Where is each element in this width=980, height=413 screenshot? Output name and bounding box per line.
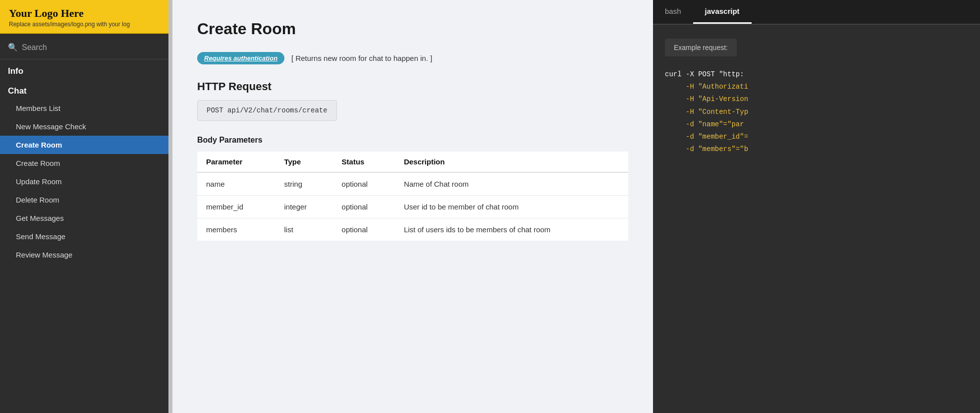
nav-section-info: Info [0, 59, 168, 79]
table-cell: User id to be member of chat room [395, 196, 628, 218]
params-table: ParameterTypeStatusDescription namestrin… [197, 152, 628, 241]
page-title: Create Room [197, 20, 628, 38]
sidebar: Your Logo Here Replace assets/images/log… [0, 0, 168, 413]
table-cell: members [197, 218, 275, 241]
search-area: 🔍 [0, 34, 168, 59]
auth-row: Requires authentication [ Returns new ro… [197, 52, 628, 64]
table-cell: optional [333, 218, 395, 241]
logo-subtitle: Replace assets/images/logo.png with your… [9, 21, 160, 28]
nav-section-chat: Chat [0, 79, 168, 99]
http-request-section: HTTP Request POST api/V2/chat/rooms/crea… [197, 80, 628, 136]
search-input[interactable] [22, 43, 161, 52]
code-line-3: -H "Content-Typ [665, 106, 968, 118]
table-cell: optional [333, 196, 395, 218]
table-header-row: ParameterTypeStatusDescription [197, 152, 628, 172]
sidebar-item-delete-room[interactable]: Delete Room [0, 191, 168, 209]
main-content: Create Room Requires authentication [ Re… [172, 0, 653, 413]
code-line-2: -H "Api-Version [665, 93, 968, 105]
table-cell: list [275, 218, 332, 241]
table-cell: name [197, 172, 275, 196]
sidebar-item-create-room-active[interactable]: Create Room [0, 136, 168, 154]
search-wrapper: 🔍 [8, 43, 161, 52]
sidebar-item-members-list[interactable]: Members List [0, 99, 168, 117]
table-row: namestringoptionalName of Chat room [197, 172, 628, 196]
table-cell: optional [333, 172, 395, 196]
nav-container: InfoChatMembers ListNew Message CheckCre… [0, 59, 168, 264]
table-row: memberslistoptionalList of users ids to … [197, 218, 628, 241]
sidebar-item-update-room[interactable]: Update Room [0, 172, 168, 191]
logo-title: Your Logo Here [9, 7, 160, 20]
right-panel: bashjavascript Example request: curl -X … [653, 0, 980, 413]
sidebar-item-get-messages[interactable]: Get Messages [0, 209, 168, 227]
table-cell: List of users ids to be members of chat … [395, 218, 628, 241]
example-label: Example request: [665, 39, 737, 56]
search-icon: 🔍 [8, 43, 18, 52]
table-header-description: Description [395, 152, 628, 172]
tab-bash[interactable]: bash [653, 0, 693, 24]
body-params-section: Body Parameters ParameterTypeStatusDescr… [197, 136, 628, 241]
resize-divider[interactable] [168, 0, 172, 413]
code-lines: curl -X POST "http: -H "Authorizati -H "… [665, 68, 968, 155]
code-area: Example request: curl -X POST "http: -H … [653, 25, 980, 413]
code-line-0: curl -X POST "http: [665, 68, 968, 81]
code-line-1: -H "Authorizati [665, 81, 968, 93]
table-header-parameter: Parameter [197, 152, 275, 172]
table-cell: Name of Chat room [395, 172, 628, 196]
sidebar-item-new-message-check[interactable]: New Message Check [0, 117, 168, 136]
tab-bar: bashjavascript [653, 0, 980, 25]
sidebar-item-create-room[interactable]: Create Room [0, 154, 168, 172]
table-cell: member_id [197, 196, 275, 218]
code-line-4: -d "name"="par [665, 118, 968, 131]
logo-area: Your Logo Here Replace assets/images/log… [0, 0, 168, 34]
table-header-status: Status [333, 152, 395, 172]
body-params-title: Body Parameters [197, 136, 628, 145]
table-cell: integer [275, 196, 332, 218]
table-row: member_idintegeroptionalUser id to be me… [197, 196, 628, 218]
table-body: namestringoptionalName of Chat roommembe… [197, 172, 628, 241]
sidebar-item-review-message[interactable]: Review Message [0, 246, 168, 264]
sidebar-item-send-message[interactable]: Send Message [0, 227, 168, 246]
http-section-title: HTTP Request [197, 80, 628, 93]
auth-description: [ Returns new room for chat to happen in… [291, 54, 432, 62]
table-header-type: Type [275, 152, 332, 172]
code-line-6: -d "members"="b [665, 143, 968, 155]
table-cell: string [275, 172, 332, 196]
table-head: ParameterTypeStatusDescription [197, 152, 628, 172]
code-line-5: -d "member_id"= [665, 131, 968, 143]
tab-javascript[interactable]: javascript [693, 0, 752, 24]
http-code-block: POST api/V2/chat/rooms/create [197, 100, 337, 121]
auth-badge: Requires authentication [197, 52, 284, 64]
